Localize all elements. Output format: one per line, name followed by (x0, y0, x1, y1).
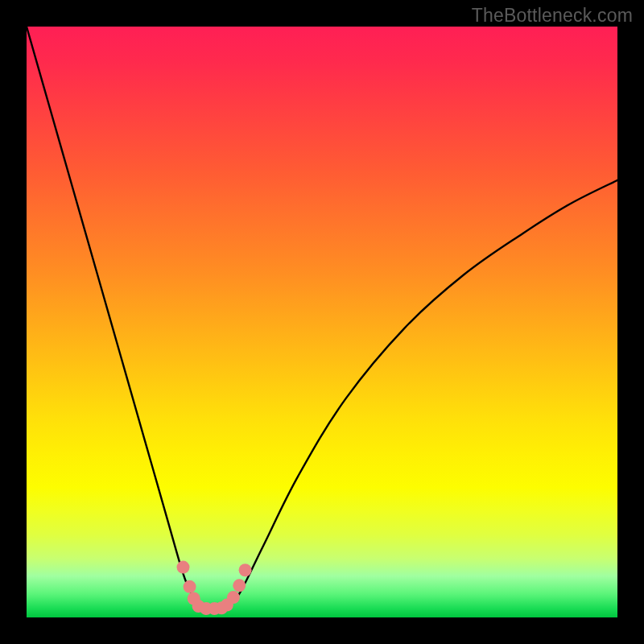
curve-marker (233, 579, 246, 592)
curve-marker (184, 580, 196, 593)
curve-marker (227, 591, 240, 604)
bottleneck-curve (27, 27, 617, 617)
watermark-text: TheBottleneck.com (472, 5, 633, 27)
curve-marker (177, 561, 190, 574)
curve-marker (239, 564, 252, 576)
chart-frame: TheBottleneck.com (0, 0, 644, 644)
plot-area (27, 27, 617, 617)
